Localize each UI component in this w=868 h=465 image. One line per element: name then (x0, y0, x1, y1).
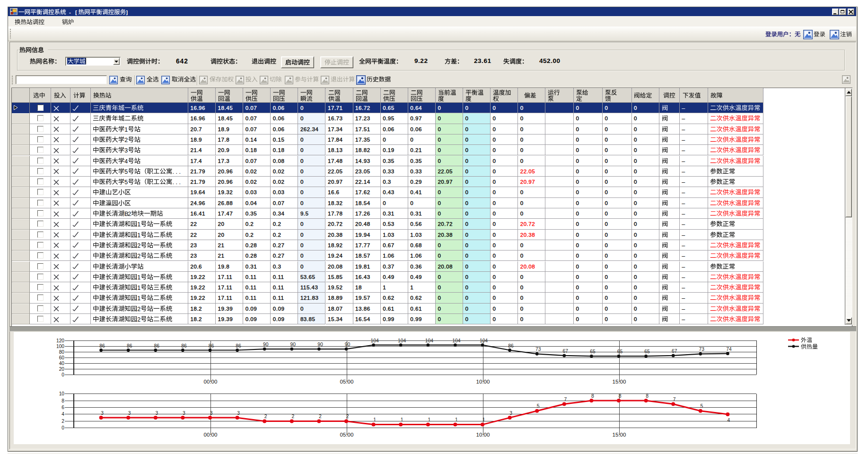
svg-text:2: 2 (137, 253, 140, 259)
svg-text:10: 10 (59, 391, 65, 396)
svg-text:1: 1 (401, 417, 403, 422)
svg-text:3: 3 (128, 411, 131, 416)
svg-text:7: 7 (673, 397, 676, 402)
svg-text:2: 2 (137, 316, 140, 323)
svg-text:73: 73 (699, 347, 705, 352)
svg-text:1: 1 (373, 417, 376, 422)
svg-text:-: - (69, 9, 71, 15)
svg-text:3: 3 (237, 411, 240, 416)
svg-text:00:00: 00:00 (204, 432, 218, 438)
svg-text:10:00: 10:00 (476, 432, 490, 438)
svg-text:3: 3 (509, 411, 512, 416)
svg-text:1: 1 (137, 285, 140, 291)
svg-text:120: 120 (56, 338, 64, 343)
svg-text:5: 5 (537, 403, 540, 409)
svg-text:2: 2 (264, 414, 267, 419)
svg-text:]: ] (126, 9, 128, 15)
svg-text:8: 8 (61, 398, 64, 403)
svg-text:1: 1 (428, 417, 430, 422)
svg-text:80: 80 (59, 349, 65, 355)
svg-text:2: 2 (137, 305, 140, 312)
svg-text:1: 1 (137, 295, 140, 302)
svg-text:73: 73 (535, 347, 541, 352)
svg-text:65: 65 (617, 349, 623, 354)
svg-text:2: 2 (124, 136, 128, 143)
svg-text:.: . (175, 179, 177, 186)
svg-text:74: 74 (726, 347, 732, 352)
svg-text:67: 67 (672, 349, 677, 354)
svg-text:05:00: 05:00 (340, 432, 354, 438)
svg-text:2: 2 (61, 419, 64, 424)
svg-text:1: 1 (137, 221, 140, 228)
svg-text:.: . (172, 179, 174, 186)
svg-text:.: . (175, 168, 177, 175)
svg-text:5: 5 (700, 403, 703, 409)
svg-text:1: 1 (137, 274, 140, 280)
svg-text:90: 90 (263, 342, 269, 347)
svg-text:7: 7 (564, 397, 567, 402)
svg-text:104: 104 (398, 338, 406, 343)
svg-text:15:00: 15:00 (613, 379, 626, 385)
svg-text:40: 40 (59, 361, 65, 366)
svg-text:8: 8 (619, 393, 622, 399)
svg-text:5: 5 (124, 168, 128, 175)
svg-text:3: 3 (155, 411, 158, 416)
svg-text:3: 3 (101, 411, 104, 416)
svg-text:65: 65 (590, 349, 596, 354)
svg-text:67: 67 (563, 349, 569, 354)
svg-text:86: 86 (127, 343, 132, 349)
svg-text:.: . (179, 168, 180, 175)
svg-text:05:00: 05:00 (340, 379, 354, 385)
svg-text:104: 104 (425, 338, 433, 343)
svg-text:100: 100 (56, 344, 64, 349)
svg-text:1: 1 (124, 126, 128, 133)
svg-text:00:00: 00:00 (204, 379, 218, 385)
svg-text:60: 60 (59, 355, 65, 360)
svg-text:.: . (179, 179, 180, 186)
svg-text:8: 8 (646, 393, 649, 399)
svg-text:4: 4 (61, 411, 64, 417)
svg-text:1: 1 (455, 417, 458, 422)
svg-text:0: 0 (61, 372, 64, 377)
svg-text:86: 86 (154, 343, 160, 349)
svg-text:104: 104 (480, 338, 488, 343)
svg-text:.: . (172, 168, 174, 175)
svg-text:3: 3 (124, 147, 128, 154)
svg-text:10:00: 10:00 (476, 379, 490, 385)
svg-text:8: 8 (591, 393, 594, 399)
svg-text:86: 86 (508, 343, 514, 349)
svg-text:0: 0 (61, 425, 64, 430)
svg-text:2: 2 (128, 211, 131, 217)
svg-text:104: 104 (452, 338, 460, 343)
svg-text:86: 86 (209, 343, 214, 349)
svg-text:2: 2 (346, 414, 349, 419)
svg-text:86: 86 (236, 343, 241, 349)
svg-text:3: 3 (210, 411, 213, 416)
svg-text:4: 4 (728, 418, 730, 423)
svg-text:2: 2 (137, 242, 140, 249)
svg-text:90: 90 (345, 342, 351, 347)
svg-text:86: 86 (99, 343, 105, 349)
svg-text:65: 65 (644, 349, 650, 354)
svg-text:90: 90 (317, 342, 323, 347)
svg-text:1: 1 (137, 232, 140, 238)
svg-text:3: 3 (183, 411, 185, 416)
svg-text:4: 4 (124, 158, 128, 164)
svg-text:2: 2 (291, 414, 294, 419)
svg-text:2: 2 (319, 414, 322, 419)
svg-text:[: [ (75, 9, 77, 15)
svg-text:1: 1 (482, 417, 485, 422)
svg-text:90: 90 (290, 342, 296, 347)
svg-text:15:00: 15:00 (613, 432, 626, 438)
svg-text:86: 86 (181, 343, 187, 349)
svg-text:6: 6 (61, 405, 64, 410)
svg-text:104: 104 (371, 338, 379, 343)
svg-text:20: 20 (59, 367, 65, 372)
svg-text:5: 5 (124, 179, 128, 186)
